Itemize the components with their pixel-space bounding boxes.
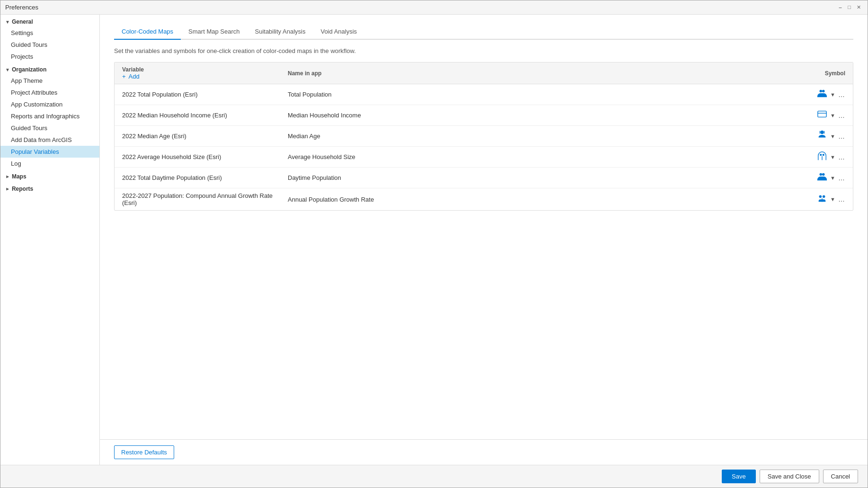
tab-description: Set the variables and symbols for one-cl…: [114, 47, 853, 54]
more-options-icon[interactable]: …: [838, 133, 845, 140]
sidebar-item-settings-label: Settings: [11, 29, 33, 36]
cancel-button[interactable]: Cancel: [823, 470, 858, 483]
table-row: 2022 Average Household Size (Esri) Avera…: [115, 147, 853, 168]
sidebar-item-app-customization-label: App Customization: [11, 101, 62, 108]
symbol-icon: [817, 151, 827, 163]
sidebar-item-project-attributes[interactable]: Project Attributes: [0, 87, 99, 98]
column-name-in-app: Name in app: [288, 70, 788, 77]
variable-cell: 2022 Total Daytime Population (Esri): [122, 174, 288, 181]
sidebar-item-settings[interactable]: Settings: [0, 27, 99, 39]
sidebar-item-popular-variables[interactable]: Popular Variables: [0, 146, 99, 158]
main-layout: ▼ General Settings Guided Tours Projects…: [0, 15, 868, 465]
sidebar-group-organization-label: Organization: [12, 66, 46, 73]
content-inner: Color-Coded Maps Smart Map Search Suitab…: [100, 15, 868, 439]
symbol-dropdown-icon[interactable]: ▼: [830, 113, 835, 118]
sidebar-item-popular-variables-label: Popular Variables: [11, 148, 59, 155]
sidebar-group-organization[interactable]: ▼ Organization: [0, 62, 99, 75]
sidebar-group-maps[interactable]: ▼ Maps: [0, 169, 99, 182]
svg-point-1: [822, 90, 825, 93]
svg-rect-2: [818, 111, 826, 117]
sidebar-item-guided-tours-gen-label: Guided Tours: [11, 41, 47, 48]
svg-point-9: [822, 173, 825, 176]
title-bar: Preferences ‒ □ ✕: [0, 0, 868, 15]
name-in-app-cell: Daytime Population: [288, 174, 788, 181]
symbol-icon: [817, 109, 827, 122]
table-row: 2022 Total Daytime Population (Esri) Day…: [115, 168, 853, 188]
tab-suitability-analysis[interactable]: Suitability Analysis: [247, 24, 313, 40]
save-button[interactable]: Save: [722, 470, 756, 483]
symbol-cell: ▼ …: [788, 171, 845, 184]
name-in-app-cell: Median Age: [288, 133, 788, 140]
svg-point-7: [823, 154, 824, 156]
symbol-dropdown-icon[interactable]: ▼: [830, 175, 835, 181]
column-variable: Variable + Add: [122, 66, 288, 80]
symbol-dropdown-icon[interactable]: ▼: [830, 196, 835, 202]
symbol-cell: ▼ …: [788, 109, 845, 122]
sidebar-item-projects[interactable]: Projects: [0, 51, 99, 62]
variable-cell: 2022 Median Age (Esri): [122, 133, 288, 140]
more-options-icon[interactable]: …: [838, 91, 845, 98]
symbol-icon: [817, 130, 827, 142]
sidebar-item-add-data-arcgis-label: Add Data from ArcGIS: [11, 136, 72, 143]
sidebar-group-general[interactable]: ▼ General: [0, 15, 99, 27]
save-and-close-button[interactable]: Save and Close: [760, 470, 819, 483]
table-row: 2022 Median Age (Esri) Median Age ▼ …: [115, 126, 853, 147]
symbol-dropdown-icon[interactable]: ▼: [830, 154, 835, 160]
sidebar-item-projects-label: Projects: [11, 53, 33, 60]
close-icon[interactable]: ✕: [855, 4, 863, 10]
sidebar-group-general-label: General: [12, 18, 33, 25]
table-row: 2022 Median Household Income (Esri) Medi…: [115, 105, 853, 126]
svg-point-6: [820, 154, 822, 156]
sidebar-item-log-label: Log: [11, 160, 21, 167]
table-row: 2022 Total Population (Esri) Total Popul…: [115, 84, 853, 105]
symbol-cell: ▼ …: [788, 130, 845, 142]
tab-void-analysis[interactable]: Void Analysis: [313, 24, 364, 40]
window-controls: ‒ □ ✕: [837, 4, 863, 10]
tab-bar: Color-Coded Maps Smart Map Search Suitab…: [114, 24, 853, 40]
sidebar-item-guided-tours-org-label: Guided Tours: [11, 124, 47, 132]
symbol-icon: [817, 193, 827, 206]
sidebar-group-maps-label: Maps: [12, 173, 27, 180]
minimize-icon[interactable]: ‒: [837, 4, 844, 10]
content-area: Color-Coded Maps Smart Map Search Suitab…: [100, 15, 868, 465]
svg-point-8: [820, 173, 823, 176]
name-in-app-cell: Average Household Size: [288, 153, 788, 160]
footer-bar: Restore Defaults: [100, 439, 868, 465]
table-row: 2022-2027 Population: Compound Annual Gr…: [115, 188, 853, 210]
name-in-app-cell: Total Population: [288, 91, 788, 98]
name-in-app-cell: Annual Population Growth Rate: [288, 196, 788, 203]
symbol-cell: ▼ …: [788, 193, 845, 206]
add-variable-button[interactable]: + Add: [122, 73, 140, 80]
variables-table: Variable + Add Name in app Symbol 202: [114, 62, 853, 211]
restore-defaults-button[interactable]: Restore Defaults: [114, 445, 174, 459]
sidebar-group-reports-label: Reports: [12, 186, 33, 192]
add-icon: +: [122, 73, 126, 80]
sidebar-item-guided-tours-gen[interactable]: Guided Tours: [0, 39, 99, 51]
variable-cell: 2022 Median Household Income (Esri): [122, 112, 288, 119]
symbol-icon: [817, 88, 827, 101]
more-options-icon[interactable]: …: [838, 112, 845, 119]
sidebar-group-reports[interactable]: ▼ Reports: [0, 182, 99, 194]
organization-collapse-icon: ▼: [5, 67, 10, 72]
more-options-icon[interactable]: …: [838, 195, 845, 203]
sidebar-item-app-customization[interactable]: App Customization: [0, 98, 99, 110]
variable-cell: 2022 Total Population (Esri): [122, 91, 288, 98]
tab-color-coded-maps[interactable]: Color-Coded Maps: [114, 24, 181, 40]
sidebar-item-log[interactable]: Log: [0, 158, 99, 169]
tab-smart-map-search[interactable]: Smart Map Search: [181, 24, 247, 40]
more-options-icon[interactable]: …: [838, 174, 845, 182]
symbol-cell: ▼ …: [788, 88, 845, 101]
preferences-window: Preferences ‒ □ ✕ ▼ General Settings Gui…: [0, 0, 868, 488]
bottom-action-bar: Save Save and Close Cancel: [0, 465, 868, 488]
sidebar-item-add-data-arcgis[interactable]: Add Data from ArcGIS: [0, 134, 99, 146]
symbol-dropdown-icon[interactable]: ▼: [830, 133, 835, 139]
sidebar-item-project-attributes-label: Project Attributes: [11, 89, 57, 96]
sidebar-item-guided-tours-org[interactable]: Guided Tours: [0, 122, 99, 134]
svg-point-0: [820, 90, 823, 93]
symbol-dropdown-icon[interactable]: ▼: [830, 92, 835, 98]
name-in-app-cell: Median Household Income: [288, 112, 788, 119]
sidebar-item-app-theme[interactable]: App Theme: [0, 75, 99, 87]
more-options-icon[interactable]: …: [838, 153, 845, 161]
maximize-icon[interactable]: □: [846, 4, 853, 10]
sidebar-item-reports-infographics[interactable]: Reports and Infographics: [0, 110, 99, 122]
